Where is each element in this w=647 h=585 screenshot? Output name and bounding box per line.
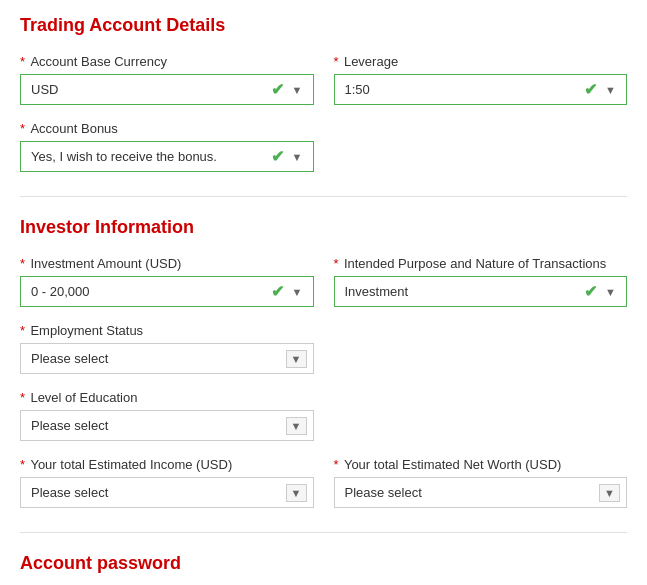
account-bonus-select-wrapper: Yes, I wish to receive the bonus. No ✔ ▼ [20,141,314,172]
intended-purpose-select-wrapper: Investment Hedging Speculation ✔ ▼ [334,276,628,307]
password-section-title: Account password [20,553,627,574]
employment-status-select[interactable]: Please select Employed Self-employed Une… [21,344,286,373]
investment-purpose-row: * Investment Amount (USD) 0 - 20,000 20,… [20,256,627,307]
education-level-select[interactable]: Please select High School Bachelor Maste… [21,411,286,440]
leverage-select[interactable]: 1:50 1:100 1:200 [335,75,585,104]
leverage-label: * Leverage [334,54,628,69]
required-indicator: * [334,54,339,69]
estimated-income-select[interactable]: Please select 0-20,000 20,000-50,000 50,… [21,478,286,507]
section-divider-2 [20,532,627,533]
account-base-currency-check-icon: ✔ [271,80,284,99]
investment-amount-select[interactable]: 0 - 20,000 20,000 - 50,000 50,000+ [21,277,271,306]
required-indicator: * [20,256,25,271]
account-base-currency-select-wrapper: USD EUR GBP ✔ ▼ [20,74,314,105]
education-row: * Level of Education Please select High … [20,390,627,441]
account-bonus-check-icon: ✔ [271,147,284,166]
investment-amount-check-icon: ✔ [271,282,284,301]
employment-status-arrow-icon: ▼ [286,350,307,368]
account-base-currency-select[interactable]: USD EUR GBP [21,75,271,104]
education-level-select-wrapper: Please select High School Bachelor Maste… [20,410,314,441]
leverage-arrow-icon: ▼ [601,82,620,98]
account-base-currency-label: * Account Base Currency [20,54,314,69]
investment-amount-select-wrapper: 0 - 20,000 20,000 - 50,000 50,000+ ✔ ▼ [20,276,314,307]
required-indicator: * [334,457,339,472]
investment-amount-label: * Investment Amount (USD) [20,256,314,271]
trading-section-title: Trading Account Details [20,15,627,36]
investment-amount-field: * Investment Amount (USD) 0 - 20,000 20,… [20,256,314,307]
required-indicator: * [20,323,25,338]
leverage-check-icon: ✔ [584,80,597,99]
estimated-income-arrow-icon: ▼ [286,484,307,502]
estimated-net-worth-label: * Your total Estimated Net Worth (USD) [334,457,628,472]
required-indicator: * [334,256,339,271]
estimated-net-worth-arrow-icon: ▼ [599,484,620,502]
account-password-section: Account password [20,553,627,574]
estimated-income-field: * Your total Estimated Income (USD) Plea… [20,457,314,508]
employment-status-field: * Employment Status Please select Employ… [20,323,314,374]
investor-information-section: Investor Information * Investment Amount… [20,217,627,508]
account-bonus-field: * Account Bonus Yes, I wish to receive t… [20,121,314,172]
estimated-income-label: * Your total Estimated Income (USD) [20,457,314,472]
education-level-arrow-icon: ▼ [286,417,307,435]
intended-purpose-check-icon: ✔ [584,282,597,301]
account-bonus-select[interactable]: Yes, I wish to receive the bonus. No [21,142,271,171]
empty-col-3 [334,390,628,441]
estimated-net-worth-select[interactable]: Please select 0-50,000 50,000-100,000 10… [335,478,600,507]
required-indicator: * [20,121,25,136]
education-level-label: * Level of Education [20,390,314,405]
currency-leverage-row: * Account Base Currency USD EUR GBP ✔ ▼ … [20,54,627,105]
account-bonus-arrow-icon: ▼ [288,149,307,165]
intended-purpose-arrow-icon: ▼ [601,284,620,300]
account-base-currency-field: * Account Base Currency USD EUR GBP ✔ ▼ [20,54,314,105]
account-bonus-row: * Account Bonus Yes, I wish to receive t… [20,121,627,172]
account-bonus-label: * Account Bonus [20,121,314,136]
education-level-field: * Level of Education Please select High … [20,390,314,441]
intended-purpose-label: * Intended Purpose and Nature of Transac… [334,256,628,271]
investment-amount-arrow-icon: ▼ [288,284,307,300]
income-networth-row: * Your total Estimated Income (USD) Plea… [20,457,627,508]
intended-purpose-field: * Intended Purpose and Nature of Transac… [334,256,628,307]
required-indicator: * [20,457,25,472]
estimated-net-worth-field: * Your total Estimated Net Worth (USD) P… [334,457,628,508]
employment-status-label: * Employment Status [20,323,314,338]
estimated-income-select-wrapper: Please select 0-20,000 20,000-50,000 50,… [20,477,314,508]
leverage-field: * Leverage 1:50 1:100 1:200 ✔ ▼ [334,54,628,105]
employment-status-select-wrapper: Please select Employed Self-employed Une… [20,343,314,374]
trading-account-section: Trading Account Details * Account Base C… [20,15,627,172]
intended-purpose-select[interactable]: Investment Hedging Speculation [335,277,585,306]
employment-status-row: * Employment Status Please select Employ… [20,323,627,374]
required-indicator: * [20,390,25,405]
account-base-currency-arrow-icon: ▼ [288,82,307,98]
required-indicator: * [20,54,25,69]
empty-col [334,121,628,172]
empty-col-2 [334,323,628,374]
leverage-select-wrapper: 1:50 1:100 1:200 ✔ ▼ [334,74,628,105]
investor-section-title: Investor Information [20,217,627,238]
section-divider-1 [20,196,627,197]
estimated-net-worth-select-wrapper: Please select 0-50,000 50,000-100,000 10… [334,477,628,508]
